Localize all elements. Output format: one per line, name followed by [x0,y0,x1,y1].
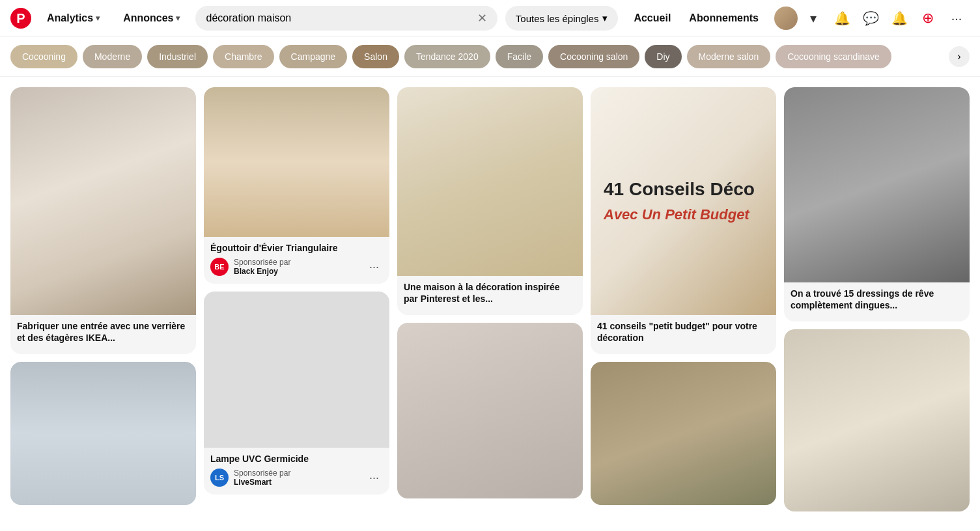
tag-campagne[interactable]: Campagne [279,45,348,68]
header: P Analytics ▾ Annonces ▾ ✕ Toutes les ép… [0,0,980,37]
messages-icon[interactable]: 💬 [858,5,884,31]
pin-sponsored-label-sink: Sponsorisée par [234,258,290,267]
annonces-chevron-icon: ▾ [176,14,180,23]
pin-card-laundry[interactable] [10,362,196,505]
tag-facile[interactable]: Facile [496,45,543,68]
pin-more-button-lamp[interactable]: ··· [365,470,383,486]
tag-industriel[interactable]: Industriel [147,45,208,68]
annonces-button[interactable]: Annonces ▾ [115,7,188,29]
pin-card-hallway[interactable]: Fabriquer une entrée avec une verrière e… [10,87,196,354]
tag-chambre[interactable]: Chambre [213,45,274,68]
abonnements-link[interactable]: Abonnements [681,7,766,29]
pin-title-sink: Égouttoir d'Évier Triangulaire [210,242,383,254]
tag-salon[interactable]: Salon [352,45,399,68]
analytics-label: Analytics [47,12,93,24]
sponsor-avatar-be: BE [210,258,229,276]
notifications-bell-icon[interactable]: 🔔 [829,5,855,31]
search-clear-button[interactable]: ✕ [477,12,487,24]
deco-text-line2: Avec Un Petit Budget [604,206,749,225]
deco-text-line1: 41 Conseils Déco [604,178,755,200]
more-options-icon[interactable]: ··· [944,5,970,31]
tags-row: Cocooning Moderne Industriel Chambre Cam… [0,37,980,77]
pin-card-deco-text[interactable]: 41 Conseils Déco Avec Un Petit Budget 41… [591,87,776,354]
pin-more-button-sink[interactable]: ··· [365,259,383,275]
analytics-button[interactable]: Analytics ▾ [39,7,107,29]
search-bar: ✕ [195,6,497,31]
pin-card-desk[interactable] [784,329,970,511]
analytics-chevron-icon: ▾ [96,14,100,23]
pin-content-dining: Une maison à la décoration inspirée par … [397,276,583,315]
pin-card-bedroom[interactable] [397,323,583,498]
pins-grid: Fabriquer une entrée avec une verrière e… [0,77,980,522]
pin-content-lamp: Lampe UVC Germicide LS Sponsorisée par L… [204,448,389,495]
pin-title-bookshelf: On a trouvé 15 dressings de rêve complèt… [791,288,963,311]
pin-content-deco-text: 41 conseils "petit budget" pour votre dé… [591,315,776,354]
pin-sponsor-lamp: LS Sponsorisée par LiveSmart ··· [210,469,383,487]
pin-title-lamp: Lampe UVC Germicide [210,453,383,465]
tag-cocooning[interactable]: Cocooning [10,45,77,68]
pin-content-bookshelf: On a trouvé 15 dressings de rêve complèt… [784,282,970,321]
pin-sponsor-name-sink: Black Enjoy [234,267,290,276]
pin-card-dining[interactable]: Une maison à la décoration inspirée par … [397,87,583,315]
pin-title-dining: Une maison à la décoration inspirée par … [404,281,576,305]
pin-card-lamp[interactable]: Lampe UVC Germicide LS Sponsorisée par L… [204,292,389,495]
pin-sponsor-info-lamp: LS Sponsorisée par LiveSmart [210,469,290,487]
tag-moderne-salon[interactable]: Moderne salon [687,45,771,68]
pin-title-hallway: Fabriquer une entrée avec une verrière e… [17,320,189,344]
filter-label: Toutes les épingles [516,13,599,24]
nav-links: Accueil Abonnements [626,7,766,29]
pin-card-pallet[interactable] [591,362,776,505]
dropdown-icon-button[interactable]: ▾ [800,5,826,31]
pin-content-sink: Égouttoir d'Évier Triangulaire BE Sponso… [204,237,389,284]
avatar[interactable] [774,7,798,30]
pin-title-deco-text: 41 conseils "petit budget" pour votre dé… [597,320,770,344]
annonces-label: Annonces [123,12,173,24]
tag-moderne[interactable]: Moderne [83,45,142,68]
pin-content-hallway: Fabriquer une entrée avec une verrière e… [10,315,196,354]
filter-button[interactable]: Toutes les épingles ▾ [505,6,619,31]
sponsor-avatar-ls: LS [210,469,229,487]
pin-sponsored-label-lamp: Sponsorisée par [234,469,290,478]
accueil-link[interactable]: Accueil [626,7,679,29]
pin-sponsor-info-sink: BE Sponsorisée par Black Enjoy [210,258,290,276]
search-input[interactable] [206,12,471,24]
tags-next-button[interactable]: › [949,46,970,67]
pin-card-sink[interactable]: Égouttoir d'Évier Triangulaire BE Sponso… [204,87,389,284]
header-icons: ▾ 🔔 💬 🔔 ⊕ ··· [774,5,970,31]
pin-sponsor-sink: BE Sponsorisée par Black Enjoy ··· [210,258,383,276]
tag-tendance2020[interactable]: Tendance 2020 [404,45,490,68]
filter-chevron-icon: ▾ [602,12,608,24]
pin-sponsor-name-lamp: LiveSmart [234,478,290,487]
pin-card-bookshelf[interactable]: On a trouvé 15 dressings de rêve complèt… [784,87,970,321]
tag-diy[interactable]: Diy [645,45,681,68]
pinterest-logo[interactable]: P [10,8,31,29]
tag-cocooning-scandinave[interactable]: Cocooning scandinave [776,45,891,68]
tag-cocooning-salon[interactable]: Cocooning salon [548,45,639,68]
alerts-icon[interactable]: 🔔 [886,5,912,31]
add-icon[interactable]: ⊕ [915,5,941,31]
